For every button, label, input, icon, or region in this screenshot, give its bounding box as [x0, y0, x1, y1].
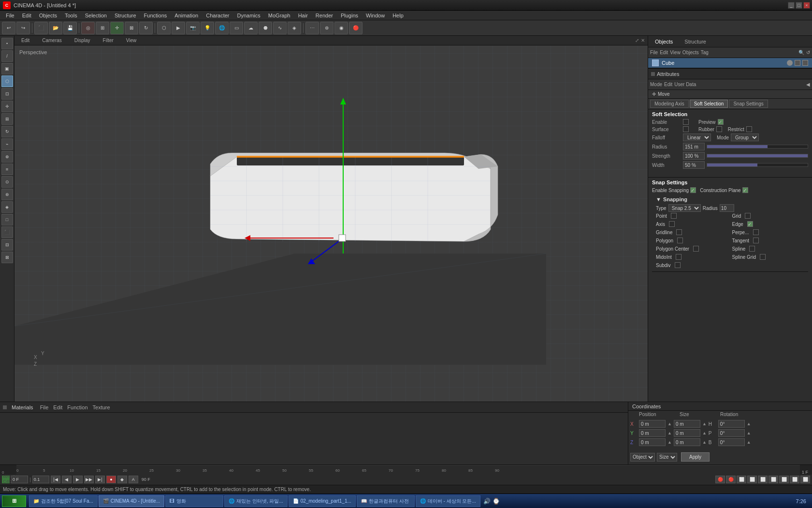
tl-play-fwd[interactable]: ▶▶	[84, 476, 94, 483]
objects-tab[interactable]: Objects	[651, 38, 677, 45]
z-step-up[interactable]: ▲	[667, 440, 672, 445]
size-z-input[interactable]	[674, 438, 700, 446]
task-btn-6[interactable]: 📖 한글과컴퓨터 사전	[357, 495, 415, 507]
viewport-tab-cameras[interactable]: Cameras	[38, 37, 66, 44]
obj-search[interactable]: 🔍	[798, 50, 804, 55]
polygon-center-checkbox[interactable]	[693, 246, 699, 252]
mat-btn[interactable]: ⬣	[259, 22, 272, 34]
radius-slider[interactable]	[707, 145, 808, 149]
rot-p-input[interactable]	[718, 429, 745, 437]
type-dropdown[interactable]: Snap 2.5	[668, 204, 701, 212]
size-dropdown[interactable]: Size	[657, 453, 677, 462]
mat-function[interactable]: Function	[67, 404, 87, 410]
x-step-up[interactable]: ▲	[667, 421, 672, 426]
width-input[interactable]: 50 %	[683, 161, 705, 169]
viewport-tab-display[interactable]: Display	[71, 37, 94, 44]
menu-tools[interactable]: Tools	[61, 12, 81, 19]
mat-file[interactable]: File	[40, 404, 49, 410]
tl-btn-9[interactable]: ⬜	[800, 476, 810, 483]
spline-grid-checkbox[interactable]	[760, 254, 766, 260]
attr-mode[interactable]: Mode	[650, 82, 662, 87]
task-btn-3[interactable]: 🎞 영화	[165, 495, 223, 507]
bevel-tool[interactable]: ◈	[1, 201, 13, 213]
object-dropdown[interactable]: Object	[630, 453, 655, 462]
sx-step-up[interactable]: ▲	[702, 421, 707, 426]
sz-step-up[interactable]: ▲	[702, 440, 707, 445]
obj-file[interactable]: File	[650, 50, 658, 55]
mat-texture[interactable]: Texture	[93, 404, 110, 410]
mat-edit[interactable]: Edit	[53, 404, 62, 410]
perp-checkbox[interactable]	[753, 229, 759, 235]
rotate-tool[interactable]: ↻	[139, 22, 153, 34]
tl-goto-start[interactable]: |◀	[51, 476, 60, 483]
radius-input[interactable]: 151 m	[683, 143, 705, 150]
viewport-close[interactable]: ✕	[641, 38, 645, 43]
stitch-tool[interactable]: ⊠	[1, 252, 13, 263]
tl-btn-2[interactable]: 🔴	[726, 476, 736, 483]
menu-file[interactable]: File	[2, 12, 18, 19]
task-btn-1[interactable]: 📁 검조한 5합[07 Soul Fa...	[29, 495, 98, 507]
pos-y-input[interactable]	[639, 429, 666, 437]
hair-btn[interactable]: ⋯	[305, 22, 319, 34]
menu-render[interactable]: Render	[312, 12, 337, 19]
preview-checkbox[interactable]: ✓	[718, 119, 724, 125]
sy-step-up[interactable]: ▲	[702, 431, 707, 435]
tl-btn-4[interactable]: ⬜	[747, 476, 757, 483]
grid-checkbox[interactable]	[745, 213, 751, 219]
surface-checkbox[interactable]	[683, 126, 689, 132]
tangent-checkbox[interactable]	[753, 238, 759, 243]
env-btn[interactable]: 🌐	[215, 22, 229, 34]
minimize-button[interactable]: _	[788, 2, 795, 9]
task-btn-7[interactable]: 🌐 데이버 - 세상의 모든...	[416, 495, 480, 507]
spline-checkbox[interactable]	[749, 246, 755, 252]
menu-character[interactable]: Character	[202, 12, 233, 19]
viewport-tab-view[interactable]: View	[122, 37, 141, 44]
anim-btn[interactable]: ▶	[172, 22, 185, 34]
rot-b-input[interactable]	[718, 438, 745, 446]
menu-hair[interactable]: Hair	[294, 12, 312, 19]
tl-btn-6[interactable]: ⬜	[768, 476, 778, 483]
light-btn[interactable]: 💡	[201, 22, 214, 34]
rot-h-input[interactable]	[718, 420, 745, 428]
point-mode[interactable]: •	[1, 38, 13, 49]
obj-tag[interactable]: Tag	[701, 50, 709, 55]
y-step-up[interactable]: ▲	[667, 431, 672, 435]
tl-prev-frame[interactable]: ◀	[62, 476, 72, 483]
dyn-btn[interactable]: ◉	[334, 22, 348, 34]
viewport-tab-edit[interactable]: Edit	[17, 37, 33, 44]
tl-btn-7[interactable]: ⬜	[779, 476, 789, 483]
camera-btn[interactable]: 📷	[186, 22, 200, 34]
start-button[interactable]: ⊞	[2, 495, 26, 507]
mode-dropdown[interactable]: Group	[731, 134, 759, 141]
menu-structure[interactable]: Structure	[111, 12, 140, 19]
open-btn[interactable]: 📂	[49, 22, 62, 34]
obj-refresh[interactable]: ↺	[806, 50, 810, 55]
bridge-tool[interactable]: ≡	[1, 164, 13, 175]
timeline-track[interactable]: 0 5 10 15 20 25 30 35 40 45 50 55 60 65 …	[16, 465, 800, 475]
render-view-btn[interactable]: ⊞	[96, 22, 109, 34]
menu-selection[interactable]: Selection	[81, 12, 111, 19]
size-x-input[interactable]	[674, 420, 700, 428]
enable-snap-checkbox[interactable]: ✓	[690, 187, 696, 193]
move-tool[interactable]: ✛	[110, 22, 124, 34]
start-frame-field[interactable]	[32, 476, 49, 483]
rotate-mode[interactable]: ↻	[1, 126, 13, 137]
menu-animation[interactable]: Animation	[171, 12, 202, 19]
cube-render-icon[interactable]	[795, 60, 800, 66]
loop-tool[interactable]: □	[1, 214, 13, 225]
render2-btn[interactable]: 🔴	[349, 22, 362, 34]
obj-objects[interactable]: Objects	[682, 50, 699, 55]
cube-row[interactable]: Cube	[648, 58, 812, 68]
tl-btn-5[interactable]: ⬜	[758, 476, 768, 483]
select-all[interactable]: ⬡	[157, 22, 171, 34]
window-controls[interactable]: _ □ ×	[788, 2, 810, 9]
task-btn-5[interactable]: 📄 02_modeling_part1_1...	[289, 495, 356, 507]
menu-objects[interactable]: Objects	[35, 12, 61, 19]
width-slider[interactable]	[707, 163, 808, 167]
close-button[interactable]: ×	[803, 2, 810, 9]
snap-settings-tab[interactable]: Snap Settings	[729, 100, 768, 108]
modeling-axis-tab[interactable]: Modeling Axis	[650, 100, 689, 108]
cube-lock-icon[interactable]	[802, 60, 808, 66]
redo-btn[interactable]: ↪	[16, 22, 30, 34]
restrict-checkbox[interactable]	[746, 126, 752, 132]
